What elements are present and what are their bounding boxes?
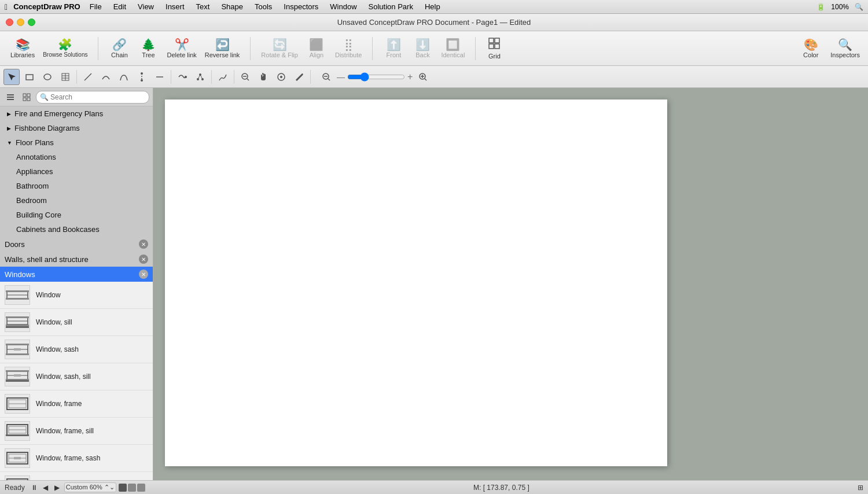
- menu-edit[interactable]: Edit: [109, 1, 131, 12]
- page-dot-2[interactable]: [128, 484, 136, 492]
- apple-menu[interactable]: : [5, 2, 8, 12]
- chain-button[interactable]: 🔗 Chain: [105, 36, 133, 61]
- connector-h-tool[interactable]: [152, 69, 168, 85]
- rotate-flip-button[interactable]: 🔄 Rotate & Flip: [258, 36, 301, 61]
- color-button[interactable]: 🎨 Color: [797, 36, 825, 61]
- grid-view-button[interactable]: [20, 90, 34, 104]
- page-dot-1[interactable]: [119, 484, 127, 492]
- list-item[interactable]: Window, sash: [0, 336, 153, 363]
- list-item[interactable]: Window, frame, sash: [0, 445, 153, 472]
- svg-rect-42: [6, 290, 29, 292]
- arc-tool[interactable]: [174, 69, 190, 85]
- reverse-link-button[interactable]: ↩️ Reverse link: [201, 36, 244, 61]
- curve-tool[interactable]: [98, 69, 114, 85]
- svg-line-19: [198, 75, 200, 79]
- menu-insert[interactable]: Insert: [161, 1, 189, 12]
- svg-point-15: [185, 76, 187, 78]
- tool-sep-1: [76, 70, 77, 84]
- section-walls[interactable]: Walls, shell and structure ✕: [0, 252, 153, 267]
- search-input[interactable]: [36, 91, 149, 104]
- menu-window[interactable]: Window: [325, 1, 361, 12]
- bezier-tool[interactable]: [116, 69, 132, 85]
- pen-tool[interactable]: [291, 69, 307, 85]
- window-icon-thumb: [5, 285, 30, 305]
- sidebar-item-cabinets[interactable]: Cabinets and Bookcases: [0, 222, 153, 237]
- sidebar-item-fishbone[interactable]: ▶ Fishbone Diagrams: [0, 121, 153, 135]
- section-doors[interactable]: Doors ✕: [0, 237, 153, 252]
- menu-inspectors[interactable]: Inspectors: [279, 1, 323, 12]
- menu-tools[interactable]: Tools: [250, 1, 277, 12]
- hand-tool[interactable]: [255, 69, 271, 85]
- zoom-out-area-tool[interactable]: [237, 69, 253, 85]
- align-button[interactable]: ⬛ Align: [303, 36, 330, 61]
- svg-line-28: [328, 79, 330, 80]
- zoom-minus: —: [337, 72, 345, 82]
- menu-text[interactable]: Text: [192, 1, 215, 12]
- list-item[interactable]: Window, frame, sash, sill: [0, 472, 153, 480]
- section-windows[interactable]: Windows ✕: [0, 267, 153, 282]
- ellipse-tool[interactable]: [39, 69, 56, 85]
- sidebar-item-appliances[interactable]: Appliances: [0, 164, 153, 179]
- zoom-in-button[interactable]: [415, 69, 431, 85]
- tree-button[interactable]: 🌲 Tree: [134, 36, 162, 61]
- inspectors-icon: 🔍: [838, 39, 852, 50]
- sidebar-item-fire[interactable]: ▶ Fire and Emergency Plans: [0, 106, 153, 121]
- menu-view[interactable]: View: [133, 1, 159, 12]
- back-button[interactable]: ⬇️ Back: [409, 36, 436, 61]
- select-tool[interactable]: [3, 69, 20, 85]
- search-menubar-icon[interactable]: 🔍: [855, 3, 863, 11]
- tool-sep-2: [171, 70, 171, 84]
- list-item[interactable]: Window, frame, sill: [0, 418, 153, 445]
- list-item[interactable]: Window, sill: [0, 309, 153, 336]
- menu-file[interactable]: File: [85, 1, 106, 12]
- menu-shape[interactable]: Shape: [216, 1, 248, 12]
- traffic-lights[interactable]: [6, 19, 35, 26]
- list-item[interactable]: Window: [0, 282, 153, 309]
- inspectors-button[interactable]: 🔍 Inspectors: [827, 36, 863, 61]
- window-sash-icon-thumb: [5, 340, 30, 359]
- close-windows-button[interactable]: ✕: [139, 270, 148, 279]
- delete-link-button[interactable]: ✂️ Delete link: [163, 36, 200, 61]
- table-tool[interactable]: [57, 69, 73, 85]
- list-item[interactable]: Window, sash, sill: [0, 363, 153, 390]
- close-doors-button[interactable]: ✕: [139, 239, 148, 249]
- grid-button[interactable]: Grid: [480, 35, 508, 62]
- maximize-button[interactable]: [28, 19, 35, 26]
- close-button[interactable]: [6, 19, 13, 26]
- minimize-button[interactable]: [17, 19, 24, 26]
- zoom-out-button[interactable]: [318, 69, 334, 85]
- svg-rect-34: [7, 97, 14, 98]
- sidebar-item-building-core[interactable]: Building Core: [0, 208, 153, 222]
- zoom-level-display[interactable]: Custom 60% ⌃⌄: [64, 482, 116, 492]
- prev-page-button[interactable]: ◀: [41, 483, 50, 492]
- next-page-button[interactable]: ▶: [53, 483, 62, 492]
- distribute-button[interactable]: ⣿ Distribute: [332, 36, 365, 61]
- libraries-button[interactable]: 📚 Libraries: [7, 36, 38, 61]
- svg-line-10: [84, 73, 91, 80]
- node-tool[interactable]: [192, 69, 208, 85]
- close-walls-button[interactable]: ✕: [139, 255, 148, 264]
- front-button[interactable]: ⬆️ Front: [380, 36, 407, 61]
- expand-icon: ▼: [7, 140, 12, 146]
- connector-v-tool[interactable]: [134, 69, 150, 85]
- rectangle-tool[interactable]: [21, 69, 38, 85]
- freehand-tool[interactable]: [215, 69, 231, 85]
- identical-button[interactable]: 🔲 Identical: [437, 36, 468, 61]
- zoom-slider[interactable]: [347, 72, 405, 82]
- sidebar-item-bathroom[interactable]: Bathroom: [0, 179, 153, 193]
- line-tool[interactable]: [80, 69, 96, 85]
- menu-solution-park[interactable]: Solution Park: [364, 1, 418, 12]
- page-tool[interactable]: [273, 69, 289, 85]
- list-item[interactable]: Window, frame: [0, 390, 153, 418]
- menu-help[interactable]: Help: [420, 1, 445, 12]
- pause-button[interactable]: ⏸: [30, 483, 39, 492]
- canvas-area[interactable]: [153, 88, 868, 480]
- sidebar-item-annotations[interactable]: Annotations: [0, 150, 153, 164]
- list-view-button[interactable]: [3, 90, 17, 104]
- sidebar-item-bedroom[interactable]: Bedroom: [0, 193, 153, 208]
- sidebar-item-floor-plans[interactable]: ▼ Floor Plans: [0, 135, 153, 150]
- grid-corner-icon: ⊞: [858, 484, 863, 492]
- page-dot-3[interactable]: [137, 484, 145, 492]
- browse-solutions-button[interactable]: 🧩 Browse Solutions: [39, 36, 91, 60]
- canvas-page[interactable]: [165, 99, 667, 466]
